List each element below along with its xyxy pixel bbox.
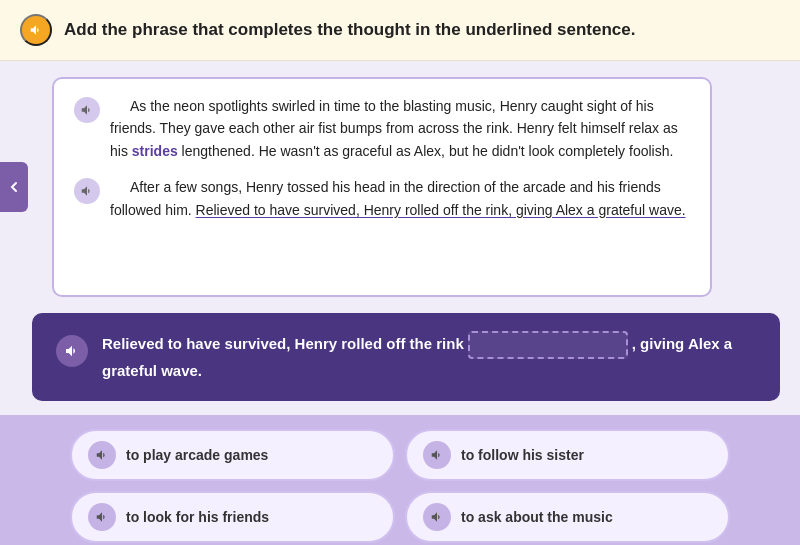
- fill-before-blank: Relieved to have survived, Henry rolled …: [102, 335, 464, 352]
- choice-1-speaker-icon: [88, 441, 116, 469]
- choice-3-label: to look for his friends: [126, 509, 269, 525]
- header: Add the phrase that completes the though…: [0, 0, 800, 61]
- choice-4-button[interactable]: to ask about the music: [405, 491, 730, 543]
- passage-card: As the neon spotlights swirled in time t…: [52, 77, 712, 297]
- paragraph-1: As the neon spotlights swirled in time t…: [74, 95, 690, 162]
- paragraph-2-text: After a few songs, Henry tossed his head…: [110, 176, 690, 221]
- choice-2-button[interactable]: to follow his sister: [405, 429, 730, 481]
- main-content: As the neon spotlights swirled in time t…: [0, 61, 800, 313]
- highlight-word: strides: [132, 143, 178, 159]
- paragraph-1-text: As the neon spotlights swirled in time t…: [110, 95, 690, 162]
- paragraph-2: After a few songs, Henry tossed his head…: [74, 176, 690, 221]
- header-speaker-button[interactable]: [20, 14, 52, 46]
- fill-sentence-box: Relieved to have survived, Henry rolled …: [32, 313, 780, 401]
- left-nav-tab[interactable]: [0, 162, 28, 212]
- choice-2-speaker-icon: [423, 441, 451, 469]
- fill-blank[interactable]: [468, 331, 628, 359]
- choices-grid: to play arcade games to follow his siste…: [70, 429, 730, 543]
- choice-4-label: to ask about the music: [461, 509, 613, 525]
- choices-area: to play arcade games to follow his siste…: [0, 415, 800, 545]
- fill-sentence-text: Relieved to have survived, Henry rolled …: [102, 331, 756, 383]
- choice-1-button[interactable]: to play arcade games: [70, 429, 395, 481]
- choice-1-label: to play arcade games: [126, 447, 268, 463]
- paragraph-1-speaker[interactable]: [74, 97, 100, 123]
- choice-2-label: to follow his sister: [461, 447, 584, 463]
- choice-4-speaker-icon: [423, 503, 451, 531]
- instruction-text: Add the phrase that completes the though…: [64, 20, 635, 40]
- choice-3-speaker-icon: [88, 503, 116, 531]
- fill-speaker-button[interactable]: [56, 335, 88, 367]
- paragraph-2-speaker[interactable]: [74, 178, 100, 204]
- underlined-sentence: Relieved to have survived, Henry rolled …: [196, 202, 686, 218]
- choice-3-button[interactable]: to look for his friends: [70, 491, 395, 543]
